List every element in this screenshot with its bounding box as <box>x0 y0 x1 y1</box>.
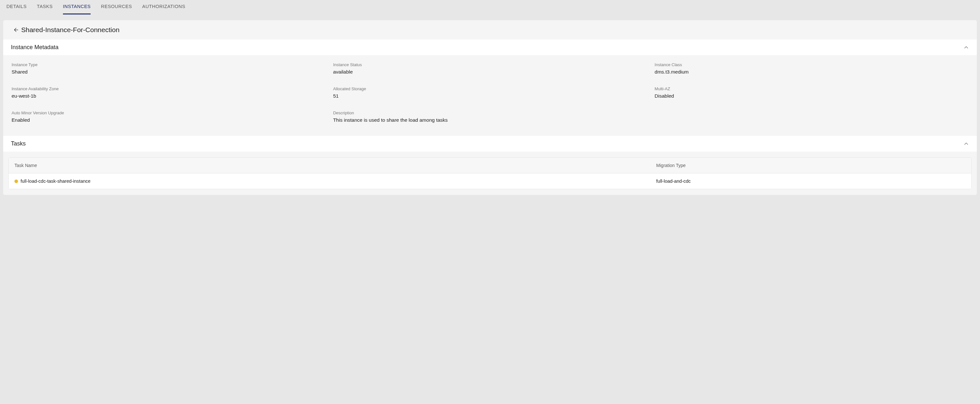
tasks-table-header: Task Name Migration Type <box>9 158 971 173</box>
value-description: This instance is used to share the load … <box>333 117 969 123</box>
label-auto-minor-upgrade: Auto Minor Version Upgrade <box>11 110 326 115</box>
task-name-text: full-load-cdc-task-shared-instance <box>21 178 91 184</box>
field-auto-minor-upgrade: Auto Minor Version Upgrade Enabled <box>11 110 326 123</box>
metadata-grid: Instance Type Shared Instance Status ava… <box>3 55 977 133</box>
field-instance-class: Instance Class dms.t3.medium <box>654 62 969 75</box>
status-dot-icon <box>14 180 18 183</box>
tab-instances[interactable]: INSTANCES <box>63 0 91 14</box>
field-allocated-storage: Allocated Storage 51 <box>333 86 647 99</box>
value-availability-zone: eu-west-1b <box>11 93 326 99</box>
content-card: Shared-Instance-For-Connection Instance … <box>3 20 977 195</box>
value-auto-minor-upgrade: Enabled <box>11 117 326 123</box>
label-instance-class: Instance Class <box>654 62 969 67</box>
tab-tasks[interactable]: TASKS <box>37 0 53 14</box>
page-title: Shared-Instance-For-Connection <box>21 26 119 34</box>
tasks-body: Task Name Migration Type full-load-cdc-t… <box>3 151 977 195</box>
field-instance-status: Instance Status available <box>333 62 647 75</box>
cell-migration-type: full-load-and-cdc <box>650 173 971 189</box>
field-multi-az: Multi-AZ Disabled <box>654 86 969 99</box>
tabs-bar: DETAILS TASKS INSTANCES RESOURCES AUTHOR… <box>0 0 980 14</box>
field-availability-zone: Instance Availability Zone eu-west-1b <box>11 86 326 99</box>
column-migration-type: Migration Type <box>650 158 971 173</box>
label-description: Description <box>333 110 969 115</box>
label-allocated-storage: Allocated Storage <box>333 86 647 91</box>
tasks-section-header: Tasks <box>3 136 977 151</box>
value-instance-status: available <box>333 69 647 75</box>
column-task-name: Task Name <box>9 158 650 173</box>
tasks-table: Task Name Migration Type full-load-cdc-t… <box>8 157 972 189</box>
tab-authorizations[interactable]: AUTHORIZATIONS <box>142 0 185 14</box>
tab-resources[interactable]: RESOURCES <box>101 0 132 14</box>
value-instance-class: dms.t3.medium <box>654 69 969 75</box>
label-instance-type: Instance Type <box>11 62 326 67</box>
chevron-up-icon[interactable] <box>963 45 969 51</box>
label-multi-az: Multi-AZ <box>654 86 969 91</box>
value-instance-type: Shared <box>11 69 326 75</box>
tasks-section: Tasks Task Name Migration Type full-load… <box>3 136 977 195</box>
value-multi-az: Disabled <box>654 93 969 99</box>
table-row[interactable]: full-load-cdc-task-shared-instance full-… <box>9 173 971 189</box>
tab-details[interactable]: DETAILS <box>6 0 27 14</box>
label-availability-zone: Instance Availability Zone <box>11 86 326 91</box>
value-allocated-storage: 51 <box>333 93 647 99</box>
cell-task-name: full-load-cdc-task-shared-instance <box>9 173 650 189</box>
back-arrow-icon[interactable] <box>12 27 19 33</box>
metadata-section-title: Instance Metadata <box>11 44 59 51</box>
field-description: Description This instance is used to sha… <box>333 110 969 123</box>
title-row: Shared-Instance-For-Connection <box>3 20 977 40</box>
field-instance-type: Instance Type Shared <box>11 62 326 75</box>
chevron-up-icon[interactable] <box>963 141 969 147</box>
metadata-section-header: Instance Metadata <box>3 40 977 55</box>
tasks-section-title: Tasks <box>11 140 26 147</box>
label-instance-status: Instance Status <box>333 62 647 67</box>
